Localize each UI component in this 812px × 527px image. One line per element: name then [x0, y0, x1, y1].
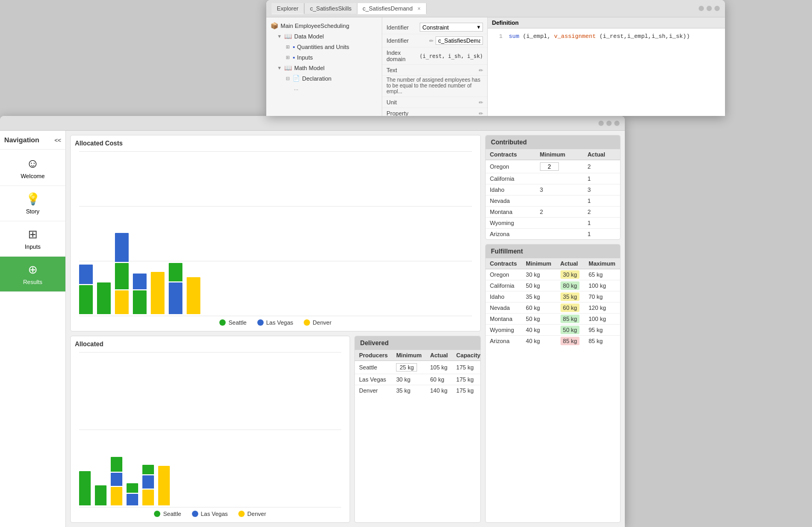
sidebar-item-inputs[interactable]: ⊞ Inputs	[0, 221, 65, 257]
property-label: Property	[386, 110, 477, 116]
alloc-bar-3-green	[111, 457, 122, 472]
dot-2	[707, 6, 712, 11]
contributed-td-nevada: Nevada	[486, 196, 536, 207]
chevron-down-icon: ▾	[477, 24, 480, 31]
main-app-window: Navigation << ☺ Welcome 💡 Story ⊞ Inputs…	[0, 116, 625, 527]
right-panels: Contributed Contracts Minimum Actual Ore…	[485, 131, 625, 527]
module-icon-inputs: ▪	[293, 54, 295, 61]
sidebar-item-results[interactable]: ⊕ Results	[0, 257, 65, 292]
bar-1-blue	[79, 265, 93, 284]
delivered-td-lasvegas-actual: 60 kg	[426, 374, 452, 385]
expand-icon-inputs[interactable]: ⊞	[285, 55, 291, 60]
fulfillment-td-nevada-actual: 60 kg	[556, 302, 585, 314]
allocated-gridline-3	[79, 507, 341, 508]
fulfillment-td-arizona: Arizona	[486, 336, 521, 347]
fulfillment-td-oregon-min: 30 kg	[521, 269, 556, 280]
tree-item-declaration[interactable]: ⊟ 📄 Declaration	[266, 73, 382, 83]
bar-2-green	[97, 282, 111, 314]
allocated-chart	[75, 352, 345, 508]
edit-property-icon[interactable]: ✏	[479, 111, 483, 116]
fulfillment-td-wyoming-max: 95 kg	[584, 325, 620, 336]
sidebar-item-story[interactable]: 💡 Story	[0, 186, 65, 221]
tree-item-mathmodel[interactable]: ▼ 📖 Math Model	[266, 63, 382, 73]
code-content[interactable]: 1 sum (i_empl, v_assignment (i_rest,i_em…	[488, 28, 725, 116]
expand-icon-declaration[interactable]: ⊟	[285, 76, 291, 81]
tree-label-main: Main EmployeeScheduling	[281, 23, 349, 29]
contributed-row-arizona: Arizona 1	[486, 229, 620, 240]
tree-item-datamodel[interactable]: ▼ 📖 Data Model	[266, 31, 382, 42]
alloc-legend-denver: Denver	[238, 511, 266, 517]
tab-satisfies-skills[interactable]: c_SatisfiesSkills	[305, 3, 357, 14]
alloc-seattle-dot	[154, 511, 160, 517]
alloc-bar-1	[79, 354, 91, 505]
delivered-row-seattle: Seattle 25 kg 105 kg 175 kg	[355, 361, 481, 374]
seattle-min-cell[interactable]: 25 kg	[396, 363, 417, 372]
tree-item-extra[interactable]: ...	[266, 83, 382, 93]
collapse-button[interactable]: <<	[54, 137, 61, 143]
results-icon: ⊕	[28, 263, 37, 277]
alloc-bar-4-green	[127, 483, 138, 493]
delivered-td-lasvegas: Las Vegas	[355, 374, 392, 385]
alloc-denver-label: Denver	[247, 511, 266, 517]
denver-label: Denver	[313, 319, 331, 326]
tree-item-main[interactable]: 📦 Main EmployeeScheduling	[266, 21, 382, 31]
expand-icon-datamodel[interactable]: ▼	[277, 34, 282, 39]
alloc-bar-6	[158, 354, 170, 505]
edit-text-icon[interactable]: ✏	[479, 67, 483, 73]
fulfillment-row-idaho: Idaho 35 kg 35 kg 70 kg	[486, 291, 620, 302]
sidebar-item-welcome[interactable]: ☺ Welcome	[0, 150, 65, 186]
alloc-lasvegas-dot	[192, 511, 198, 517]
navigation-label: Navigation	[4, 136, 39, 144]
contributed-td-oregon-min	[536, 160, 583, 173]
expand-icon-mathmodel[interactable]: ▼	[277, 65, 282, 71]
contributed-body: Oregon 2 California 1	[486, 160, 620, 240]
fulfillment-td-oregon-max: 65 kg	[584, 269, 620, 280]
text-label: Text	[386, 67, 477, 73]
identifier-select[interactable]: Constraint ▾	[420, 23, 483, 32]
fulfillment-td-nevada: Nevada	[486, 302, 521, 314]
contributed-row-nevada: Nevada 1	[486, 196, 620, 207]
tab-satisfies-demand[interactable]: c_SatisfiesDemand ×	[357, 3, 427, 14]
fulfillment-th-actual: Actual	[556, 258, 585, 269]
edit-unit-icon[interactable]: ✏	[479, 100, 483, 105]
close-tab-icon[interactable]: ×	[418, 6, 421, 12]
fulfillment-td-arizona-min: 40 kg	[521, 336, 556, 347]
bar-group-5	[151, 153, 165, 314]
legend-denver: Denver	[304, 319, 331, 326]
tree-item-quantities[interactable]: ⊞ ▪ Quantities and Units	[266, 42, 382, 52]
prop-text: Text ✏	[382, 65, 487, 76]
fulfillment-td-wyoming: Wyoming	[486, 325, 521, 336]
delivered-panel: Delivered Producers Minimum Actual Capac…	[354, 336, 481, 523]
allocated-costs-title: Allocated Costs	[75, 140, 476, 147]
explorer-window: Explorer c_SatisfiesSkills c_SatisfiesDe…	[266, 0, 725, 116]
fulfillment-td-idaho-max: 70 kg	[584, 291, 620, 302]
alloc-bar-6-yellow	[158, 466, 170, 505]
allocated-costs-chart	[75, 151, 476, 316]
contributed-title: Contributed	[486, 135, 620, 149]
unit-label: Unit	[386, 99, 477, 105]
wyoming-actual-badge: 50 kg	[560, 326, 580, 334]
tree-item-inputs[interactable]: ⊞ ▪ Inputs	[266, 52, 382, 63]
code-text-1: sum (i_empl, v_assignment (i_rest,i_empl…	[509, 33, 690, 40]
inputs-icon: ⊞	[28, 228, 37, 241]
delivered-body: Seattle 25 kg 105 kg 175 kg	[355, 361, 481, 396]
identifier-name-input[interactable]	[436, 36, 483, 45]
alloc-denver-dot	[238, 511, 245, 517]
allocated-gridline-1	[79, 352, 341, 353]
delivered-td-denver-capacity: 175 kg	[452, 385, 481, 396]
fulfillment-row-california: California 50 kg 80 kg 100 kg	[486, 280, 620, 291]
contributed-td-nevada-actual: 1	[583, 196, 620, 207]
identifier-label: Identifier	[386, 24, 418, 31]
contributed-th-contracts: Contracts	[486, 149, 536, 160]
declaration-icon: 📄	[293, 75, 300, 82]
index-domain-label: Index domain	[386, 50, 418, 62]
book-icon-math: 📖	[284, 64, 292, 72]
arizona-actual-badge: 85 kg	[560, 337, 580, 345]
contributed-header-row: Contracts Minimum Actual	[486, 149, 620, 160]
oregon-min-input[interactable]	[540, 162, 559, 171]
fulfillment-body: Oregon 30 kg 30 kg 65 kg California 50 k…	[486, 269, 620, 347]
edit-identifier-icon[interactable]: ✏	[429, 38, 433, 44]
contributed-td-arizona: Arizona	[486, 229, 536, 240]
expand-icon-quantities[interactable]: ⊞	[285, 44, 291, 50]
text-value: The number of assigned employees has to …	[382, 76, 487, 97]
